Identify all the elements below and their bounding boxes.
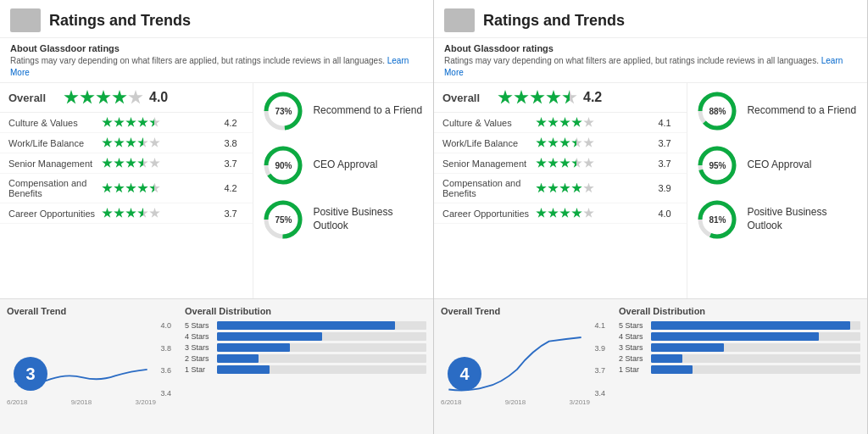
category-rating: 3.8: [224, 138, 244, 148]
y-label: 3.4: [160, 389, 171, 398]
star-full-icon: [137, 183, 148, 194]
category-rating: 3.7: [224, 209, 244, 219]
circle-label: Positive Business Outlook: [747, 206, 859, 232]
panel-header: Ratings and Trends: [434, 0, 867, 38]
distribution-row: 4 Stars: [619, 332, 860, 341]
dist-bar: [217, 321, 395, 330]
circle-metric: 90% CEO Approval: [262, 144, 425, 186]
star-full-icon: [514, 90, 529, 105]
category-label: Culture & Values: [8, 118, 102, 128]
star-half-icon: [137, 158, 148, 169]
y-label: 3.4: [594, 389, 605, 398]
star-empty-icon: [583, 137, 594, 148]
circle-percent: 88%: [709, 107, 726, 116]
dist-bar: [651, 343, 724, 352]
category-label: Career Opportunities: [8, 209, 102, 219]
circle-chart: 75%: [262, 198, 304, 241]
category-stars: [536, 117, 654, 128]
star-empty-icon: [583, 208, 594, 219]
dist-bar: [217, 332, 322, 341]
distribution-row: 5 Stars: [185, 321, 426, 330]
star-full-icon: [125, 117, 136, 128]
dist-bar-wrap: [217, 321, 426, 330]
star-full-icon: [114, 208, 125, 219]
category-row: Senior Management 3.7: [0, 153, 253, 174]
distribution-row: 5 Stars: [619, 321, 860, 330]
company-logo: [444, 8, 475, 32]
trend-title: Overall Trend: [7, 306, 171, 316]
star-full-icon: [137, 117, 148, 128]
category-stars: [102, 137, 220, 148]
dist-bar-wrap: [651, 332, 860, 341]
star-half-icon: [137, 208, 148, 219]
x-label: 6/2018: [7, 398, 27, 406]
circle-percent: 81%: [709, 215, 726, 225]
circle-metric: 95% CEO Approval: [696, 144, 859, 186]
left-section: Overall 4.0 Culture & Values 4.2 Work/Li…: [0, 83, 253, 298]
about-section: About Glassdoor ratings Ratings may vary…: [434, 38, 867, 83]
circle-metric: 88% Recommend to a Friend: [696, 90, 859, 132]
main-content: Overall 4.2 Culture & Values 4.1 Work/Li…: [434, 83, 867, 298]
star-full-icon: [571, 183, 582, 194]
star-full-icon: [571, 208, 582, 219]
trend-y-labels: 4.13.93.73.4: [594, 321, 605, 398]
category-rating: 4.2: [224, 118, 244, 128]
star-full-icon: [546, 90, 561, 105]
dist-bar: [217, 354, 259, 363]
circle-percent: 90%: [275, 161, 292, 170]
star-full-icon: [125, 137, 136, 148]
star-full-icon: [80, 90, 95, 105]
distribution-section: Overall Distribution 5 Stars 4 Stars 3 S…: [178, 299, 433, 434]
star-full-icon: [64, 90, 79, 105]
category-rating: 3.9: [658, 183, 678, 193]
dist-bar-wrap: [217, 332, 426, 341]
category-rating: 3.7: [658, 159, 678, 169]
right-section: 73% Recommend to a Friend 90% CEO Approv…: [253, 83, 433, 298]
dist-label: 2 Stars: [185, 354, 217, 363]
star-full-icon: [125, 183, 136, 194]
star-full-icon: [548, 137, 559, 148]
star-full-icon: [125, 158, 136, 169]
star-full-icon: [114, 117, 125, 128]
distribution-title: Overall Distribution: [185, 306, 426, 316]
overall-rating: 4.0: [149, 90, 168, 105]
star-empty-icon: [583, 117, 594, 128]
category-row: Work/Life Balance 3.7: [434, 133, 687, 153]
star-empty-icon: [149, 208, 160, 219]
category-stars: [536, 137, 654, 148]
category-row: Senior Management 3.7: [434, 153, 687, 174]
trend-title: Overall Trend: [441, 306, 605, 316]
dist-bar-wrap: [217, 343, 426, 352]
star-full-icon: [571, 117, 582, 128]
category-row: Compensation and Benefits 3.9: [434, 174, 687, 203]
star-half-icon: [149, 117, 160, 128]
learn-more-link[interactable]: Learn More: [444, 56, 843, 77]
x-label: 3/2019: [570, 398, 590, 406]
star-full-icon: [114, 137, 125, 148]
star-half-icon: [149, 183, 160, 194]
dist-bar-wrap: [651, 365, 860, 374]
overall-stars: [64, 90, 144, 105]
learn-more-link[interactable]: Learn More: [10, 56, 409, 77]
circle-percent: 75%: [275, 215, 292, 225]
x-label: 9/2018: [505, 398, 526, 406]
star-empty-icon: [128, 90, 143, 105]
star-full-icon: [559, 137, 570, 148]
category-rating: 3.7: [224, 159, 244, 169]
category-stars: [536, 208, 654, 219]
circle-percent: 95%: [709, 161, 726, 170]
star-full-icon: [102, 117, 113, 128]
circle-metric: 81% Positive Business Outlook: [696, 198, 859, 241]
y-label: 3.9: [594, 344, 605, 353]
panel-title: Ratings and Trends: [49, 12, 191, 30]
star-half-icon: [137, 137, 148, 148]
category-label: Work/Life Balance: [442, 138, 536, 148]
circle-label: CEO Approval: [313, 159, 377, 172]
star-full-icon: [498, 90, 513, 105]
star-full-icon: [530, 90, 545, 105]
dist-bar: [217, 365, 270, 374]
star-full-icon: [559, 183, 570, 194]
overall-label: Overall: [8, 92, 64, 104]
overall-label: Overall: [442, 92, 498, 104]
trend-y-labels: 4.03.83.63.4: [160, 321, 171, 398]
